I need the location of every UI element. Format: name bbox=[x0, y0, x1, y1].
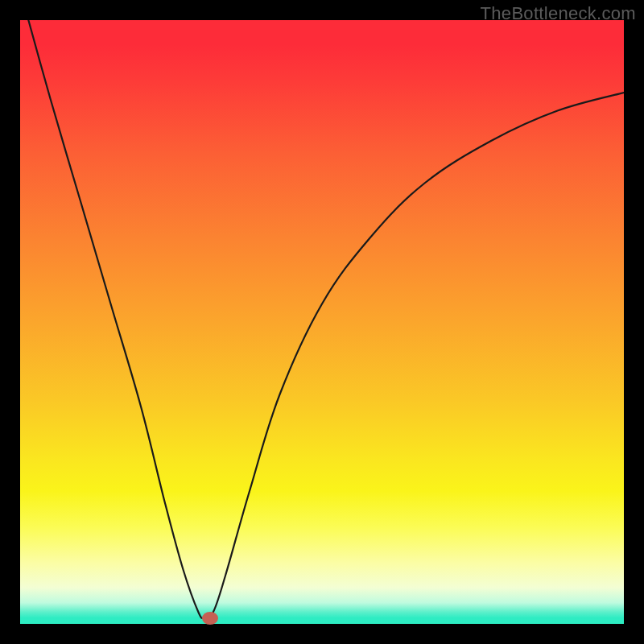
bottleneck-curve bbox=[20, 20, 624, 624]
minimum-marker-dot bbox=[202, 612, 218, 625]
watermark-text: TheBottleneck.com bbox=[481, 3, 636, 24]
plot-area bbox=[20, 20, 624, 624]
chart-frame: TheBottleneck.com bbox=[0, 0, 644, 644]
